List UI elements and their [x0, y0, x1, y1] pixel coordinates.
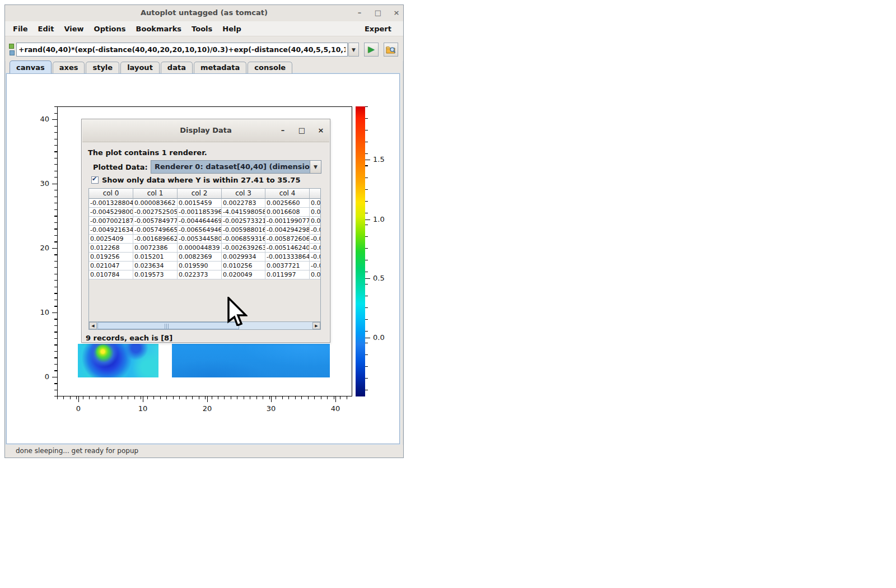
- table-cell[interactable]: 0.0025409: [89, 235, 133, 244]
- table-cell[interactable]: 0.00: [310, 208, 320, 217]
- table-cell[interactable]: 0.0029934: [222, 253, 265, 262]
- tab-layout[interactable]: layout: [120, 62, 160, 73]
- table-cell[interactable]: 0.015201: [133, 253, 178, 262]
- table-cell[interactable]: 0.0016608: [265, 208, 310, 217]
- table-cell[interactable]: -0.004921634...: [89, 226, 133, 235]
- table-cell[interactable]: 0.012268: [89, 244, 133, 253]
- maximize-icon[interactable]: □: [372, 7, 384, 18]
- scrollbar-thumb[interactable]: [97, 322, 239, 329]
- combo-dropdown-button[interactable]: ▼: [310, 160, 321, 174]
- table-cell[interactable]: -0.005749665...: [133, 226, 178, 235]
- table-cell[interactable]: 0.019256: [89, 253, 133, 262]
- table-cell[interactable]: 0.000044839: [178, 244, 222, 253]
- table-cell[interactable]: 0.0022783: [222, 199, 265, 208]
- minimize-icon[interactable]: –: [353, 7, 366, 18]
- table-cell[interactable]: -0.005872606...: [265, 235, 310, 244]
- uri-dropdown-button[interactable]: ▼: [348, 43, 359, 57]
- table-cell[interactable]: -0.004529800...: [89, 208, 133, 217]
- tab-metadata[interactable]: metadata: [194, 62, 246, 73]
- tab-console[interactable]: console: [248, 62, 292, 73]
- menu-tools[interactable]: Tools: [186, 23, 217, 35]
- column-header[interactable]: col 0: [89, 189, 133, 199]
- tab-data[interactable]: data: [161, 62, 193, 73]
- table-cell[interactable]: -0.001199077...: [265, 217, 310, 226]
- table-cell[interactable]: -0.007002187...: [89, 217, 133, 226]
- tab-axes[interactable]: axes: [53, 62, 85, 73]
- menu-edit[interactable]: Edit: [33, 23, 59, 35]
- table-cell[interactable]: -0.005344580...: [178, 235, 222, 244]
- table-hscrollbar[interactable]: ◀ ▶: [88, 321, 321, 330]
- table-cell[interactable]: -0.001689662...: [133, 235, 178, 244]
- table-cell[interactable]: -0.005146240...: [265, 244, 310, 253]
- table-cell[interactable]: 0.0082369: [178, 253, 222, 262]
- column-header[interactable]: col 4: [265, 189, 310, 199]
- table-cell[interactable]: 0.0072386: [133, 244, 178, 253]
- table-cell[interactable]: -0.004464469...: [178, 217, 222, 226]
- plot-element-icon[interactable]: [9, 44, 14, 49]
- table-cell[interactable]: 0.000083662: [133, 199, 178, 208]
- table-cell[interactable]: -0.0: [310, 244, 320, 253]
- column-header[interactable]: col 3: [222, 189, 265, 199]
- dialog-titlebar[interactable]: Display Data – □ ×: [82, 120, 329, 142]
- menu-view[interactable]: View: [59, 23, 88, 35]
- table-cell[interactable]: 0.020049: [222, 270, 265, 279]
- table-cell[interactable]: 0.00: [310, 270, 320, 279]
- table-cell[interactable]: 0.021047: [89, 262, 133, 270]
- table-cell[interactable]: 0.019573: [133, 270, 178, 279]
- close-icon[interactable]: ×: [390, 7, 403, 18]
- filter-label[interactable]: Show only data where Y is within 27.41 t…: [102, 176, 300, 184]
- tab-style[interactable]: style: [86, 62, 119, 73]
- plot-canvas[interactable]: 40 30 20 10 0 0 10 20 30 40 1.5 1.0 0.5 …: [6, 73, 400, 444]
- menu-bookmarks[interactable]: Bookmarks: [131, 23, 187, 35]
- colorbar-axis[interactable]: [356, 106, 365, 396]
- table-cell[interactable]: -0.005784977...: [133, 217, 178, 226]
- table-cell[interactable]: -0.002573321...: [222, 217, 265, 226]
- column-header[interactable]: col 2: [178, 189, 222, 199]
- go-button[interactable]: ▶: [364, 43, 379, 57]
- table-cell[interactable]: -0.004294298...: [265, 226, 310, 235]
- table-cell[interactable]: 0.019590: [178, 262, 222, 270]
- uri-input[interactable]: [16, 43, 348, 57]
- table-cell[interactable]: -0.001328804...: [89, 199, 133, 208]
- table-cell[interactable]: 0.010784: [89, 270, 133, 279]
- table-cell[interactable]: -4.041598058...: [222, 208, 265, 217]
- table-cell[interactable]: 0.011997: [265, 270, 310, 279]
- filter-checkbox[interactable]: ✔: [91, 176, 99, 184]
- column-header[interactable]: col 1: [133, 189, 178, 199]
- table-cell[interactable]: 0.0015459: [178, 199, 222, 208]
- table-cell[interactable]: -0.0: [310, 253, 320, 262]
- table-cell[interactable]: -0.006564946...: [178, 226, 222, 235]
- table-cell[interactable]: -0.005988016...: [222, 226, 265, 235]
- menu-options[interactable]: Options: [89, 23, 131, 35]
- table-cell[interactable]: -0.0: [310, 262, 320, 270]
- inspect-uri-button[interactable]: [384, 43, 398, 57]
- table-cell[interactable]: -0.0: [310, 226, 320, 235]
- table-cell[interactable]: 0.0025660: [265, 199, 310, 208]
- plotted-data-select[interactable]: Renderer 0: dataset[40,40] (dimension...: [151, 160, 310, 174]
- table-cell[interactable]: 0.022373: [178, 270, 222, 279]
- menu-file[interactable]: File: [12, 23, 33, 35]
- column-header[interactable]: [310, 189, 320, 199]
- data-source-icon[interactable]: [10, 50, 15, 55]
- table-cell[interactable]: -0.006859316...: [222, 235, 265, 244]
- table-cell[interactable]: -0.001185396...: [178, 208, 222, 217]
- scroll-left-icon[interactable]: ◀: [89, 322, 97, 329]
- table-cell[interactable]: 0.00: [310, 217, 320, 226]
- dialog-close-icon[interactable]: ×: [315, 124, 327, 137]
- x-axis-tick: [78, 396, 79, 402]
- menu-expert[interactable]: Expert: [360, 23, 396, 35]
- table-cell[interactable]: 0.023634: [133, 262, 178, 270]
- window-titlebar[interactable]: Autoplot untagged (as tomcat) – □ ×: [5, 5, 403, 22]
- table-cell[interactable]: -0.002752505...: [133, 208, 178, 217]
- menu-help[interactable]: Help: [217, 23, 246, 35]
- table-cell[interactable]: -0.001333864...: [265, 253, 310, 262]
- dialog-maximize-icon[interactable]: □: [296, 124, 308, 137]
- table-cell[interactable]: -0.0: [310, 235, 320, 244]
- table-cell[interactable]: 0.010256: [222, 262, 265, 270]
- table-cell[interactable]: 0.00: [310, 199, 320, 208]
- table-cell[interactable]: 0.0037721: [265, 262, 310, 270]
- dialog-minimize-icon[interactable]: –: [277, 124, 289, 137]
- tab-canvas[interactable]: canvas: [10, 60, 52, 73]
- scroll-right-icon[interactable]: ▶: [312, 322, 320, 329]
- table-cell[interactable]: -0.002639263...: [222, 244, 265, 253]
